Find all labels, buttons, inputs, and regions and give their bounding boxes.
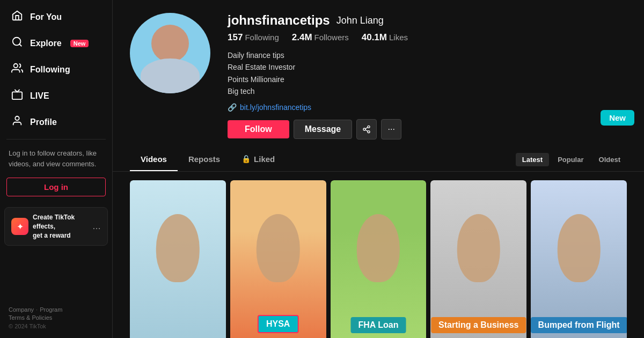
main-content: johnsfinancetips John Liang 157 Followin… <box>113 0 644 338</box>
create-effects-subtitle: get a reward <box>33 232 71 239</box>
footer-program[interactable]: Program <box>40 306 62 313</box>
face-4 <box>430 180 526 338</box>
avatar-container <box>130 13 210 139</box>
footer-company[interactable]: Company <box>9 306 34 313</box>
more-button[interactable]: ··· <box>381 119 401 139</box>
video-badge-5: Bumped from Flight <box>531 317 627 333</box>
stat-following: 157 Following <box>228 32 279 43</box>
video-thumb-5: Bumped from Flight ▷ 30.7K <box>531 180 627 338</box>
footer-terms[interactable]: Terms & Policies <box>9 314 52 321</box>
likes-value: 40.1M <box>362 32 387 43</box>
sidebar-divider <box>6 139 106 139</box>
sidebar-label-profile: Profile <box>30 117 57 127</box>
avatar-head <box>151 25 189 62</box>
video-thumb-3: FHA Loan ▷ 166.2K <box>331 180 427 338</box>
link-icon: 🔗 <box>228 103 237 112</box>
profile-header: johnsfinancetips John Liang 157 Followin… <box>113 0 644 139</box>
likes-label: Likes <box>389 33 408 42</box>
avatar-body <box>141 58 200 93</box>
more-dots-icon: ··· <box>388 124 395 134</box>
svg-point-5 <box>363 128 365 130</box>
profile-info: johnsfinancetips John Liang 157 Followin… <box>228 13 627 139</box>
video-thumb-2: HYSA ▷ 56.2K <box>230 180 326 338</box>
video-card-2[interactable]: HYSA ▷ 56.2K Don't miss out on the <box>230 180 326 338</box>
sort-popular[interactable]: Popular <box>551 153 590 166</box>
create-effects-icon: ✦ <box>11 218 28 235</box>
share-button[interactable] <box>356 119 377 139</box>
video-thumb-4: Starting a Business ▷ 1.8M <box>430 180 526 338</box>
avatar <box>130 13 210 93</box>
tab-reposts-label: Reposts <box>188 155 220 164</box>
svg-line-8 <box>365 127 368 129</box>
tabs-bar: Videos Reposts 🔒 Liked Latest Popular Ol… <box>113 148 644 172</box>
svg-point-4 <box>368 126 370 128</box>
video-card-5[interactable]: Bumped from Flight ▷ 30.7K What to do if… <box>531 180 627 338</box>
create-effects-title: Create TikTok effects, <box>33 214 75 230</box>
sidebar-item-profile[interactable]: Profile <box>4 109 108 135</box>
username: johnsfinancetips <box>228 13 330 28</box>
sidebar-login-text: Log in to follow creators, like videos, … <box>0 144 112 173</box>
profile-link[interactable]: 🔗 bit.ly/johnsfinancetips <box>228 103 627 112</box>
footer-links: Company · Program <box>9 306 104 313</box>
sort-latest[interactable]: Latest <box>516 153 549 166</box>
tab-videos-label: Videos <box>141 155 167 164</box>
create-effects-dots: … <box>92 222 101 231</box>
username-row: johnsfinancetips John Liang <box>228 13 627 28</box>
followers-value: 2.4M <box>292 32 312 43</box>
svg-point-0 <box>13 38 21 46</box>
live-icon <box>11 89 24 103</box>
profile-icon <box>11 115 24 129</box>
stat-likes: 40.1M Likes <box>362 32 408 43</box>
create-effects-text: Create TikTok effects, get a reward <box>33 213 88 240</box>
sidebar-item-live[interactable]: LIVE <box>4 83 108 108</box>
login-button[interactable]: Log in <box>6 178 106 196</box>
tab-reposts[interactable]: Reposts <box>178 148 231 171</box>
video-badge-4: Starting a Business <box>431 317 526 333</box>
bio: Daily finance tips Real Estate Investor … <box>228 49 627 98</box>
tabs-sort: Latest Popular Oldest <box>516 153 627 166</box>
sidebar: For You Explore New Following <box>0 0 113 338</box>
tabs-left: Videos Reposts 🔒 Liked <box>130 148 516 171</box>
tab-videos[interactable]: Videos <box>130 148 178 171</box>
sidebar-label-for-you: For You <box>30 12 62 22</box>
stats-row: 157 Following 2.4M Followers 40.1M Likes <box>228 32 627 43</box>
sidebar-item-for-you[interactable]: For You <box>4 4 108 30</box>
explore-new-badge: New <box>70 40 89 47</box>
lock-icon: 🔒 <box>241 155 251 163</box>
sidebar-item-explore[interactable]: Explore New <box>4 31 108 56</box>
svg-rect-2 <box>12 92 22 99</box>
actions-row: Follow Message ··· <box>228 119 627 139</box>
video-card-3[interactable]: FHA Loan ▷ 166.2K An FHA loan was what I <box>331 180 427 338</box>
display-name: John Liang <box>336 15 384 26</box>
following-icon <box>11 62 24 77</box>
video-card-1[interactable]: ▷ 5411 I wasn't born a travel <box>130 180 226 338</box>
stat-followers: 2.4M Followers <box>292 32 349 43</box>
svg-point-6 <box>368 130 370 133</box>
home-icon <box>11 10 24 24</box>
sidebar-item-following[interactable]: Following <box>4 57 108 82</box>
sidebar-label-following: Following <box>30 65 70 75</box>
svg-line-7 <box>365 130 368 131</box>
face-3 <box>331 180 427 338</box>
face-5 <box>531 180 627 338</box>
video-thumb-1: ▷ 5411 <box>130 180 226 338</box>
explore-icon <box>11 36 24 50</box>
sort-oldest[interactable]: Oldest <box>592 153 627 166</box>
svg-point-3 <box>15 116 19 120</box>
video-badge-2: HYSA <box>258 315 298 333</box>
create-effects-banner[interactable]: ✦ Create TikTok effects, get a reward … <box>4 207 108 246</box>
tab-liked[interactable]: 🔒 Liked <box>231 148 286 171</box>
footer-copyright: © 2024 TikTok <box>9 323 104 329</box>
new-floating-badge[interactable]: New <box>601 110 634 126</box>
link-text: bit.ly/johnsfinancetips <box>240 103 311 112</box>
followers-label: Followers <box>314 33 349 42</box>
tab-liked-label: Liked <box>254 155 275 164</box>
svg-point-1 <box>14 64 18 68</box>
message-button[interactable]: Message <box>294 120 353 139</box>
follow-button[interactable]: Follow <box>228 120 289 138</box>
video-card-4[interactable]: Starting a Business ▷ 1.8M Ready to laun… <box>430 180 526 338</box>
face-1 <box>130 180 226 338</box>
face-2 <box>230 180 326 338</box>
video-grid: ▷ 5411 I wasn't born a travel HYSA ▷ 56.… <box>113 172 644 338</box>
sidebar-footer: Company · Program Terms & Policies © 202… <box>0 302 112 334</box>
